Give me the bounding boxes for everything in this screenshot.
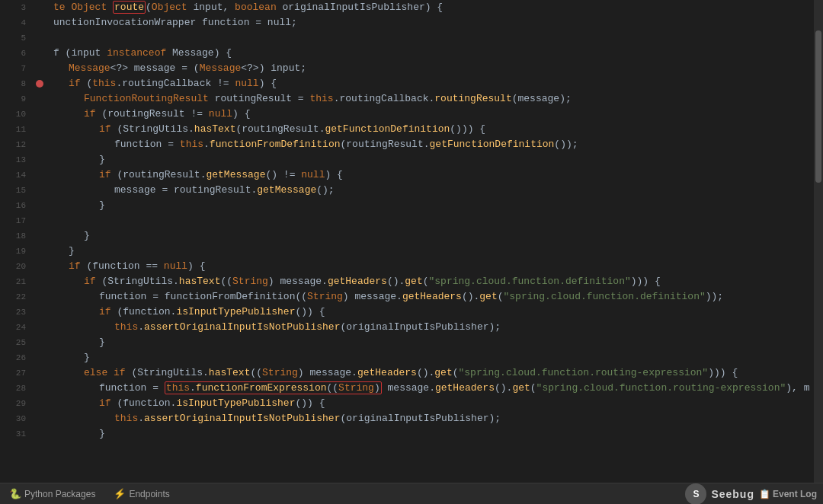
breakpoint-slot[interactable] <box>32 0 47 15</box>
code-line: function = this.functionFromExpression((… <box>50 381 814 396</box>
code-token: this <box>114 413 138 424</box>
code-token: } <box>84 230 90 241</box>
bottom-bar: 🐍 Python Packages ⚡ Endpoints S Seebug 📋… <box>0 483 823 504</box>
code-token: FunctionRoutingResult <box>84 93 209 104</box>
code-token: ) message. <box>298 367 357 378</box>
code-line: FunctionRoutingResult routingResult = th… <box>50 91 814 107</box>
line-number: 19 <box>16 244 26 259</box>
code-token: (StringUtils. <box>111 123 194 135</box>
code-line: Message<?> message = (Message<?>) input; <box>50 61 814 76</box>
breakpoint-slot[interactable] <box>32 137 47 152</box>
code-line: } <box>50 198 814 213</box>
breakpoint-slot[interactable] <box>32 30 47 46</box>
scrollbar-thumb[interactable] <box>815 30 821 183</box>
line-number: 21 <box>16 274 26 289</box>
breakpoint-slot[interactable] <box>32 335 47 350</box>
code-token: (originalInputIsPublisher); <box>340 413 501 424</box>
code-token: Message <box>200 62 242 74</box>
scrollbar[interactable] <box>814 0 823 483</box>
code-token: get <box>434 367 452 378</box>
code-token: function = functionFromDefinition(( <box>99 291 307 302</box>
breakpoint-slot[interactable] <box>32 76 47 91</box>
code-line: } <box>50 350 814 365</box>
breakpoint-slot[interactable] <box>32 122 47 137</box>
event-log-tab[interactable]: 📋 Event Log <box>759 489 817 499</box>
breakpoint-slot[interactable] <box>32 289 47 305</box>
code-token: ()) { <box>295 397 325 409</box>
breakpoint-slot[interactable] <box>32 365 47 381</box>
code-line: message = routingResult.getMessage(); <box>50 183 814 198</box>
code-token: this <box>309 93 333 104</box>
breakpoint-slot[interactable] <box>32 107 47 122</box>
code-token: } <box>99 199 105 211</box>
breakpoint-slot[interactable] <box>32 350 47 365</box>
endpoints-tab[interactable]: ⚡ Endpoints <box>110 486 172 501</box>
code-token: (); <box>316 184 334 196</box>
code-line: if (function == null) { <box>50 259 814 274</box>
line-number: 26 <box>16 350 26 365</box>
code-token: ( <box>453 367 459 378</box>
python-packages-tab[interactable]: 🐍 Python Packages <box>6 486 98 501</box>
breakpoint-slot[interactable] <box>32 426 47 442</box>
breakpoint-slot[interactable] <box>32 167 47 183</box>
code-token: String <box>262 367 298 378</box>
code-line: if (function.isInputTypePublisher()) { <box>50 396 814 411</box>
code-line <box>50 213 814 228</box>
code-line: } <box>50 228 814 244</box>
code-line: if (StringUtils.hasText(routingResult.ge… <box>50 122 814 137</box>
breakpoint-slot[interactable] <box>32 274 47 289</box>
code-token: (message); <box>512 93 572 104</box>
line-number: 31 <box>16 426 26 442</box>
breakpoint-slot[interactable] <box>32 381 47 396</box>
code-line: function = this.functionFromDefinition(r… <box>50 137 814 152</box>
breakpoint-slot[interactable] <box>32 198 47 213</box>
code-token: ) { <box>232 108 250 120</box>
breakpoint-slot[interactable] <box>32 61 47 76</box>
breakpoint-slot[interactable] <box>32 396 47 411</box>
code-token: getMessage <box>206 169 265 180</box>
breakpoint-slot[interactable] <box>32 244 47 259</box>
code-token: this <box>114 321 138 333</box>
breakpoint-slot[interactable] <box>32 91 47 107</box>
code-token: getMessage <box>257 184 316 196</box>
highlighted-method-name: route <box>113 1 146 14</box>
code-token: else if <box>84 367 126 378</box>
code-token: } <box>99 154 105 165</box>
line-number: 29 <box>16 396 26 411</box>
breakpoint-slot[interactable] <box>32 46 47 61</box>
event-log-icon: 📋 <box>759 489 770 499</box>
event-log-label: Event Log <box>773 489 817 499</box>
breakpoint-slot[interactable] <box>32 228 47 244</box>
code-token: if <box>99 123 111 135</box>
code-token: (routingResult. <box>111 169 207 180</box>
code-line: } <box>50 335 814 350</box>
breakpoint-slot[interactable] <box>32 213 47 228</box>
code-token: getHeaders <box>328 276 387 287</box>
code-token: } <box>69 245 75 257</box>
line-number: 17 <box>16 213 26 228</box>
code-line: if (routingResult.getMessage() != null) … <box>50 167 814 183</box>
code-line: if (this.routingCallback != null) { <box>50 76 814 91</box>
code-line: unctionInvocationWrapper function = null… <box>50 15 814 30</box>
breakpoint-slot[interactable] <box>32 259 47 274</box>
breakpoint-slot[interactable] <box>32 320 47 335</box>
code-token: hasText <box>209 367 251 378</box>
code-token: "spring.cloud.function.definition" <box>429 276 631 287</box>
code-token: ( <box>498 291 504 302</box>
breakpoint-slot[interactable] <box>32 152 47 167</box>
breakpoint-gutter[interactable] <box>32 0 47 483</box>
highlighted-expression: this.functionFromExpression((String) <box>165 381 382 394</box>
line-number: 15 <box>16 183 26 198</box>
breakpoint-slot[interactable] <box>32 411 47 426</box>
line-number: 30 <box>16 411 26 426</box>
code-line: } <box>50 426 814 442</box>
breakpoint-slot[interactable] <box>32 183 47 198</box>
code-token: (). <box>387 276 405 287</box>
code-token: if <box>69 78 86 89</box>
code-line: this.assertOriginalInputIsNotPublisher(o… <box>50 320 814 335</box>
breakpoint-slot[interactable] <box>32 305 47 320</box>
code-line: te Object route(Object input, boolean or… <box>50 0 814 15</box>
code-token: ())) { <box>450 123 485 135</box>
breakpoint-slot[interactable] <box>32 15 47 30</box>
line-number: 6 <box>21 46 26 61</box>
